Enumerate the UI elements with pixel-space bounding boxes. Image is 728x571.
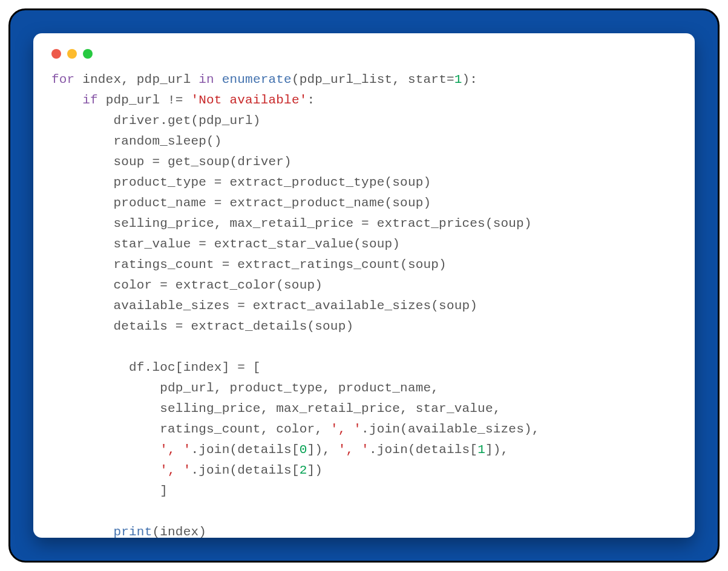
code-token: 2 <box>300 463 307 477</box>
code-token: color = extract_color(soup) <box>51 278 323 292</box>
code-window: for index, pdp_url in enumerate(pdp_url_… <box>33 33 695 538</box>
minimize-icon <box>67 49 77 59</box>
code-token: product_type = extract_product_type(soup… <box>51 175 431 189</box>
code-token: soup = get_soup(driver) <box>51 155 292 169</box>
code-token: ]), <box>485 443 508 457</box>
code-token <box>51 93 82 107</box>
code-token: pdp_url, product_type, product_name, <box>51 381 439 395</box>
code-token: index, pdp_url <box>74 73 198 86</box>
code-token: driver.get(pdp_url) <box>51 114 261 128</box>
code-token: print <box>113 525 152 539</box>
code-token: ', ' <box>338 443 369 457</box>
code-token <box>51 443 160 457</box>
code-token: 1 <box>454 73 462 86</box>
code-token: available_sizes = extract_available_size… <box>51 299 477 313</box>
code-token: : <box>307 93 315 107</box>
code-token: .join(details[ <box>191 463 299 477</box>
code-token <box>51 463 160 477</box>
zoom-icon <box>83 49 93 59</box>
window-traffic-lights <box>51 49 677 59</box>
code-token: pdp_url != <box>98 93 191 107</box>
code-token: random_sleep() <box>51 134 222 148</box>
code-token: ): <box>462 73 478 86</box>
code-token: if <box>82 93 98 107</box>
code-token <box>214 73 222 86</box>
code-token: df.loc[index] = [ <box>51 361 261 374</box>
code-token: (pdp_url_list, start= <box>292 73 454 86</box>
code-token: star_value = extract_star_value(soup) <box>51 237 400 251</box>
code-token: 1 <box>477 443 485 457</box>
code-token: ratings_count, color, <box>51 422 330 436</box>
code-token: ] <box>51 484 168 498</box>
code-token: in <box>198 73 214 86</box>
code-token: ]), <box>307 443 338 457</box>
code-token: .join(details[ <box>369 443 477 457</box>
code-token: .join(details[ <box>191 443 299 457</box>
code-block: for index, pdp_url in enumerate(pdp_url_… <box>51 70 677 543</box>
code-token: .join(available_sizes), <box>361 422 539 436</box>
code-token <box>51 525 113 539</box>
code-token: 'Not available' <box>191 93 307 107</box>
code-token: product_name = extract_product_name(soup… <box>51 196 431 210</box>
code-token: ', ' <box>330 422 361 436</box>
close-icon <box>51 49 61 59</box>
code-token: 0 <box>300 443 307 457</box>
code-token: details = extract_details(soup) <box>51 319 353 333</box>
code-token: (index) <box>152 525 206 539</box>
code-token: ', ' <box>160 443 191 457</box>
code-token: ratings_count = extract_ratings_count(so… <box>51 258 447 272</box>
code-token: selling_price, max_retail_price = extrac… <box>51 217 532 230</box>
code-token: ]) <box>307 463 323 477</box>
code-token: selling_price, max_retail_price, star_va… <box>51 402 501 416</box>
code-token: for <box>51 73 74 86</box>
outer-frame: for index, pdp_url in enumerate(pdp_url_… <box>8 8 720 563</box>
code-token: ', ' <box>160 463 191 477</box>
code-token: enumerate <box>222 73 292 86</box>
